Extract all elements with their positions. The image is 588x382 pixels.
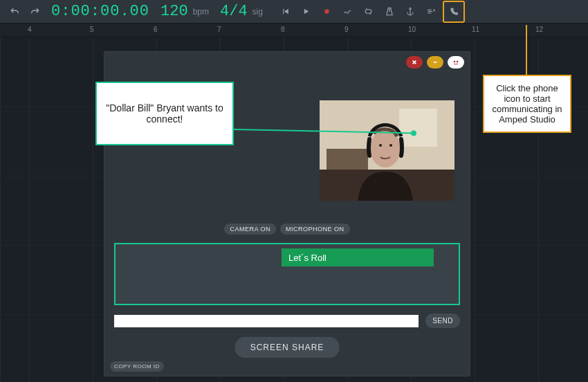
connect-callout: "Dollar Bill" Bryant wants to connect!	[95, 82, 234, 145]
ruler-tick: 6	[154, 26, 158, 33]
redo-button[interactable]	[26, 3, 44, 21]
time-signature[interactable]: 4/4	[220, 3, 248, 20]
send-button[interactable]: SEND	[425, 313, 460, 328]
ruler-tick: 9	[344, 26, 349, 33]
undo-button[interactable]	[6, 3, 24, 21]
snap-icon[interactable]	[422, 3, 440, 21]
svg-point-2	[410, 8, 411, 9]
connect-callout-text: "Dollar Bill" Bryant wants to connect!	[104, 102, 226, 125]
phone-hint-text: Click the phone icon to start communicat…	[492, 83, 562, 125]
svg-point-4	[457, 61, 459, 63]
svg-rect-8	[327, 149, 368, 170]
media-toggle-row: CAMERA ON MICROPHONE ON	[104, 224, 470, 235]
ruler-tick: 5	[90, 26, 94, 33]
record-button[interactable]	[318, 3, 336, 21]
svg-point-0	[325, 9, 330, 14]
ruler-tick: 11	[472, 26, 479, 33]
svg-point-11	[389, 144, 392, 147]
microphone-toggle[interactable]: MICROPHONE ON	[280, 224, 350, 235]
phone-hint-callout: Click the phone icon to start communicat…	[483, 75, 571, 133]
automation-icon[interactable]	[339, 3, 357, 21]
tempo-unit-label: bpm	[193, 7, 209, 17]
ruler-tick: 10	[408, 26, 416, 33]
anchor-icon[interactable]	[401, 3, 419, 21]
panel-settings-button[interactable]	[448, 56, 464, 69]
ruler-tick: 7	[217, 26, 221, 33]
chat-input[interactable]	[114, 315, 419, 327]
tempo-value[interactable]: 120	[160, 3, 188, 20]
camera-toggle[interactable]: CAMERA ON	[224, 224, 276, 235]
panel-minimize-button[interactable]	[427, 56, 443, 69]
panel-window-controls	[406, 56, 464, 69]
signature-unit-label: sig	[252, 7, 263, 17]
chat-message: Let´s Roll	[282, 248, 434, 266]
time-display: 0:00:00.00	[51, 3, 149, 20]
svg-point-10	[379, 144, 382, 147]
remote-video-frame	[320, 100, 454, 201]
copy-room-id-button[interactable]: COPY ROOM ID	[110, 361, 164, 372]
phone-button[interactable]	[445, 3, 463, 21]
timeline-ruler[interactable]: 4 5 6 7 8 9 10 11 12	[0, 24, 588, 37]
chat-log: Let´s Roll	[114, 243, 460, 305]
chat-input-row: SEND	[114, 313, 460, 328]
screen-share-button[interactable]: SCREEN SHARE	[235, 337, 340, 358]
metronome-icon[interactable]	[380, 3, 398, 21]
loop-button[interactable]	[360, 3, 378, 21]
skip-start-button[interactable]	[277, 3, 295, 21]
play-button[interactable]	[297, 3, 315, 21]
svg-rect-7	[399, 109, 437, 147]
phone-button-highlight	[443, 1, 465, 23]
ruler-tick: 4	[28, 26, 32, 33]
svg-rect-1	[366, 10, 372, 13]
ruler-tick: 8	[281, 26, 285, 33]
toolbar: 0:00:00.00 120 bpm 4/4 sig	[0, 0, 588, 24]
phone-callout-line	[526, 25, 527, 76]
svg-point-3	[454, 61, 456, 63]
panel-close-button[interactable]	[406, 56, 423, 69]
ruler-tick: 12	[535, 26, 543, 33]
